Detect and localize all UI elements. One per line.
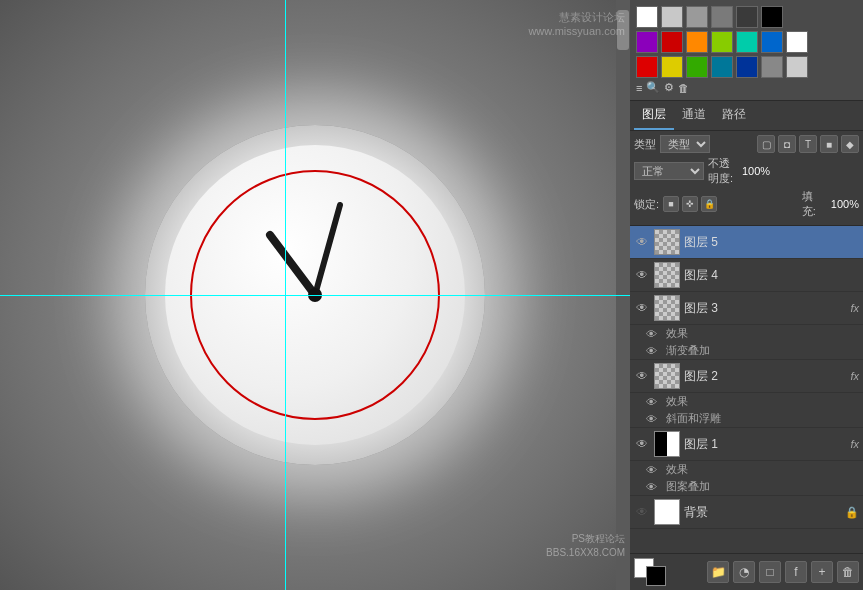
layer-icon-pixel[interactable]: ▢ <box>757 135 775 153</box>
swatch-white2[interactable] <box>786 31 808 53</box>
layer-2-effect-eye[interactable]: 👁 <box>646 396 662 408</box>
add-mask-button[interactable]: □ <box>759 561 781 583</box>
layer-2-eye[interactable]: 👁 <box>634 368 650 384</box>
canvas-area[interactable]: PS教程论坛 BBS.16XX8.COM 慧素设计论坛www.missyuan.… <box>0 0 630 590</box>
layer-1-thumb <box>654 431 680 457</box>
layers-list[interactable]: 👁 图层 5 👁 图层 4 👁 图层 3 fx 👁 <box>630 226 863 553</box>
lock-row: 锁定: ■ ✜ 🔒 填充: 100% <box>634 189 859 219</box>
new-layer-button[interactable]: + <box>811 561 833 583</box>
layer-3-thumb <box>654 295 680 321</box>
fg-bg-swatches[interactable] <box>634 558 666 586</box>
new-adjustment-button[interactable]: ◔ <box>733 561 755 583</box>
panel-bottom-buttons: 📁 ◔ □ f + 🗑 <box>707 561 859 583</box>
swatch-row-grays <box>636 6 857 28</box>
tab-channels[interactable]: 通道 <box>674 101 714 130</box>
layer-3-gradient-eye[interactable]: 👁 <box>646 345 662 357</box>
swatch-mid-gray2[interactable] <box>711 6 733 28</box>
layer-2-fx: fx <box>850 370 859 382</box>
swatch-orange[interactable] <box>686 31 708 53</box>
tab-layers[interactable]: 图层 <box>634 101 674 130</box>
layer-5-info: 图层 5 <box>684 234 859 251</box>
layer-1-pattern-label: 图案叠加 <box>666 479 710 494</box>
add-style-button[interactable]: f <box>785 561 807 583</box>
lock-position-icon[interactable]: ✜ <box>682 196 698 212</box>
layer-1-effect-header: 👁 效果 <box>642 461 863 478</box>
swatch-purple[interactable] <box>636 31 658 53</box>
blend-mode-select[interactable]: 正常 <box>634 162 704 180</box>
layer-bg-lock-icon: 🔒 <box>845 506 859 519</box>
swatch-cyan[interactable] <box>736 31 758 53</box>
lock-pixel-icon[interactable]: ■ <box>663 196 679 212</box>
swatch-light-gray[interactable] <box>661 6 683 28</box>
layer-1-pattern-overlay: 👁 图案叠加 <box>642 478 863 495</box>
layer-1-name: 图层 1 <box>684 436 846 453</box>
swatch-menu-icon[interactable]: ≡ <box>636 82 642 94</box>
swatch-search-icon[interactable]: 🔍 <box>646 81 660 94</box>
layer-2-effect-header: 👁 效果 <box>642 393 863 410</box>
type-filter-label: 类型 <box>634 137 656 152</box>
layer-icon-type[interactable]: T <box>799 135 817 153</box>
guide-horizontal <box>0 295 630 296</box>
layer-1-eye[interactable]: 👁 <box>634 436 650 452</box>
site-watermark: 慧素设计论坛www.missyuan.com <box>528 10 625 37</box>
swatch-row-colors1 <box>636 31 857 53</box>
layer-icon-adjust[interactable]: ◘ <box>778 135 796 153</box>
opacity-value: 100% <box>742 165 777 177</box>
layer-3-effects: 👁 效果 👁 渐变叠加 <box>630 325 863 360</box>
layer-bg-name: 背景 <box>684 504 841 521</box>
svg-line-0 <box>270 235 315 295</box>
layer-item-3[interactable]: 👁 图层 3 fx <box>630 292 863 325</box>
layer-1-effect-eye[interactable]: 👁 <box>646 464 662 476</box>
panel-bottom: 📁 ◔ □ f + 🗑 <box>630 553 863 590</box>
layer-icon-shape[interactable]: ■ <box>820 135 838 153</box>
layer-2-bevel-eye[interactable]: 👁 <box>646 413 662 425</box>
layer-item-5[interactable]: 👁 图层 5 <box>630 226 863 259</box>
layer-3-effect-label: 效果 <box>666 326 688 341</box>
panel-tabs: 图层 通道 路径 <box>630 101 863 131</box>
layer-5-eye[interactable]: 👁 <box>634 234 650 250</box>
type-filter-row: 类型 类型 ▢ ◘ T ■ ◆ <box>634 135 859 153</box>
layer-bg-eye[interactable]: 👁 <box>634 504 650 520</box>
right-panel: ≡ 🔍 ⚙ 🗑 图层 通道 路径 类型 类型 ▢ ◘ T ■ ◆ <box>630 0 863 590</box>
layer-3-name: 图层 3 <box>684 300 846 317</box>
blend-mode-row: 正常 不透明度: 100% <box>634 156 859 186</box>
swatch-yellow-g[interactable] <box>711 31 733 53</box>
type-filter-select[interactable]: 类型 <box>660 135 710 153</box>
layer-1-pattern-eye[interactable]: 👁 <box>646 481 662 493</box>
layer-3-eye[interactable]: 👁 <box>634 300 650 316</box>
layer-item-4[interactable]: 👁 图层 4 <box>630 259 863 292</box>
layer-item-2[interactable]: 👁 图层 2 fx <box>630 360 863 393</box>
new-group-button[interactable]: 📁 <box>707 561 729 583</box>
opacity-label: 不透明度: <box>708 156 738 186</box>
swatch-red2[interactable] <box>636 56 658 78</box>
fill-value: 100% <box>831 198 859 210</box>
swatch-gray-s[interactable] <box>761 56 783 78</box>
swatch-yellow[interactable] <box>661 56 683 78</box>
lock-all-icon[interactable]: 🔒 <box>701 196 717 212</box>
layer-2-bevel-emboss: 👁 斜面和浮雕 <box>642 410 863 427</box>
layer-icon-smart[interactable]: ◆ <box>841 135 859 153</box>
swatch-teal[interactable] <box>711 56 733 78</box>
swatch-blue[interactable] <box>761 31 783 53</box>
swatch-dark-gray[interactable] <box>736 6 758 28</box>
swatch-trash-icon[interactable]: 🗑 <box>678 82 689 94</box>
swatch-lgray-s[interactable] <box>786 56 808 78</box>
tab-paths[interactable]: 路径 <box>714 101 754 130</box>
layer-4-info: 图层 4 <box>684 267 859 284</box>
swatch-green[interactable] <box>686 56 708 78</box>
background-swatch[interactable] <box>646 566 666 586</box>
layer-controls: 类型 类型 ▢ ◘ T ■ ◆ 正常 不透明度: 100% 锁定: ■ ✜ <box>630 131 863 226</box>
delete-layer-button[interactable]: 🗑 <box>837 561 859 583</box>
layer-3-gradient-overlay: 👁 渐变叠加 <box>642 342 863 359</box>
layer-item-bg[interactable]: 👁 背景 🔒 <box>630 496 863 529</box>
swatch-white[interactable] <box>636 6 658 28</box>
swatch-settings-icon[interactable]: ⚙ <box>664 81 674 94</box>
layer-4-eye[interactable]: 👁 <box>634 267 650 283</box>
layer-3-effect-eye[interactable]: 👁 <box>646 328 662 340</box>
swatch-black[interactable] <box>761 6 783 28</box>
layer-4-name: 图层 4 <box>684 267 859 284</box>
swatch-mid-gray1[interactable] <box>686 6 708 28</box>
swatch-blue2[interactable] <box>736 56 758 78</box>
layer-item-1[interactable]: 👁 图层 1 fx <box>630 428 863 461</box>
swatch-red[interactable] <box>661 31 683 53</box>
